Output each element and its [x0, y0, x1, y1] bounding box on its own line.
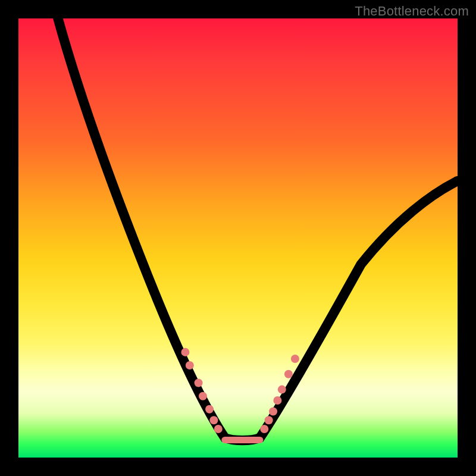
- plot-area: [18, 18, 458, 458]
- dot: [195, 379, 203, 387]
- bottleneck-curve: [58, 18, 458, 440]
- right-dots: [260, 355, 299, 433]
- dot: [291, 355, 299, 363]
- chart-frame: TheBottleneck.com: [0, 0, 476, 476]
- dot: [186, 361, 194, 369]
- dot: [199, 392, 207, 400]
- dot: [265, 416, 273, 424]
- dot: [269, 407, 277, 415]
- dot: [284, 370, 293, 378]
- dot: [273, 396, 281, 405]
- dot: [214, 425, 223, 433]
- dot: [278, 386, 286, 394]
- dot: [209, 416, 218, 424]
- dot: [181, 348, 189, 356]
- watermark-text: TheBottleneck.com: [355, 4, 469, 19]
- curve-svg: [18, 18, 458, 458]
- dot: [205, 405, 214, 414]
- dot: [260, 425, 268, 433]
